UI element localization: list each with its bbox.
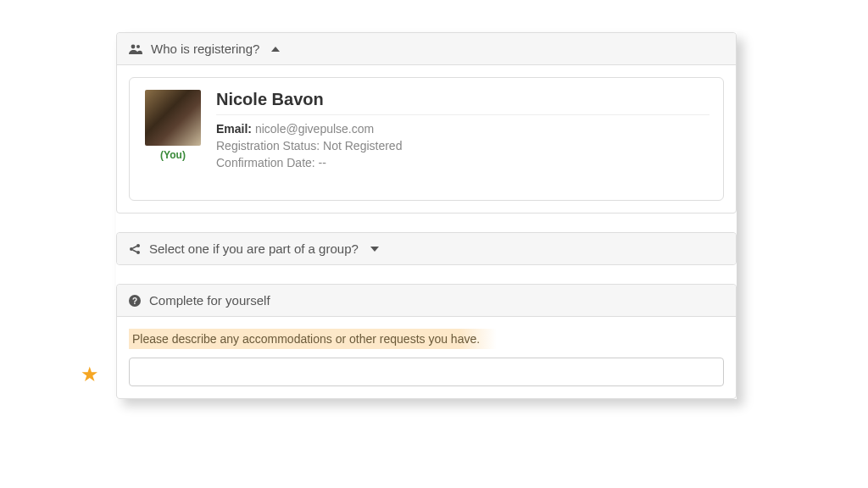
avatar (145, 90, 201, 146)
share-icon (129, 243, 141, 255)
panel-group: Select one if you are part of a group? (116, 232, 737, 265)
confirm-date-value: -- (319, 156, 326, 169)
avatar-column: (You) (143, 90, 203, 173)
panel-body-yourself: Please describe any accommodations or ot… (117, 317, 736, 398)
accommodations-input[interactable] (129, 358, 724, 386)
email-label: Email: (216, 122, 252, 136)
reg-status-line: Registration Status: Not Registered (216, 139, 709, 152)
user-info: Nicole Bavon Email: nicole@givepulse.com… (216, 90, 709, 173)
caret-down-icon (370, 247, 379, 252)
users-icon (129, 43, 142, 55)
question-circle-icon: ? (129, 295, 141, 307)
panel-header-who[interactable]: Who is registering? (117, 33, 736, 65)
panel-body-who: (You) Nicole Bavon Email: nicole@givepul… (117, 65, 736, 213)
panel-title-yourself: Complete for yourself (149, 293, 270, 308)
user-card: (You) Nicole Bavon Email: nicole@givepul… (129, 77, 724, 201)
svg-point-1 (136, 45, 140, 48)
svg-text:?: ? (132, 296, 137, 305)
svg-point-0 (131, 44, 136, 48)
panel-yourself: ? Complete for yourself Please describe … (116, 284, 737, 399)
reg-status-value: Not Registered (323, 139, 402, 152)
confirm-date-label: Confirmation Date: (216, 156, 315, 169)
panel-header-yourself[interactable]: ? Complete for yourself (117, 285, 736, 317)
svg-point-4 (136, 251, 140, 254)
accommodations-prompt: Please describe any accommodations or ot… (129, 329, 497, 349)
confirm-date-line: Confirmation Date: -- (216, 156, 709, 169)
panel-header-group[interactable]: Select one if you are part of a group? (117, 233, 736, 264)
caret-up-icon (271, 47, 280, 52)
reg-status-label: Registration Status: (216, 139, 320, 152)
panel-title-group: Select one if you are part of a group? (149, 241, 359, 256)
user-name: Nicole Bavon (216, 90, 709, 115)
svg-point-3 (136, 244, 140, 247)
email-value: nicole@givepulse.com (255, 122, 374, 136)
you-label: (You) (160, 149, 186, 161)
panel-title-who: Who is registering? (151, 42, 259, 56)
email-line: Email: nicole@givepulse.com (216, 122, 709, 136)
star-icon: ★ (81, 363, 99, 386)
registration-form: Who is registering? (You) Nicole Bavon E… (116, 32, 737, 399)
panel-who-registering: Who is registering? (You) Nicole Bavon E… (116, 32, 737, 214)
